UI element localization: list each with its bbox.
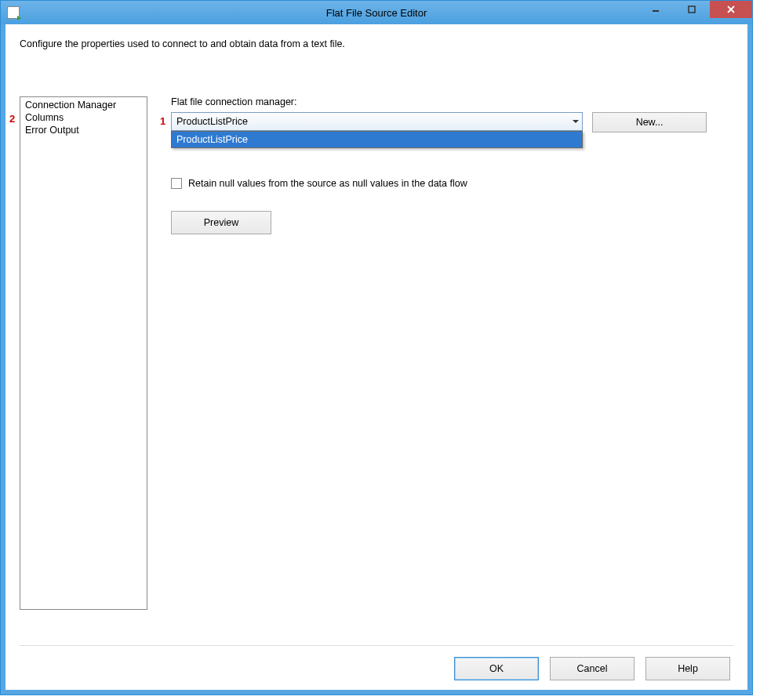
close-icon (726, 5, 736, 14)
connection-manager-dropdown-list: ProductListPrice (171, 131, 583, 148)
retain-null-row: Retain null values from the source as nu… (171, 178, 733, 189)
minimize-icon (652, 5, 660, 13)
nav-item-error-output[interactable]: Error Output (20, 124, 147, 136)
preview-button[interactable]: Preview (171, 211, 271, 234)
nav-item-connection-manager[interactable]: Connection Manager (20, 99, 147, 111)
close-button[interactable] (710, 1, 752, 18)
dialog-description: Configure the properties used to connect… (20, 38, 733, 49)
nav-item-columns[interactable]: Columns (20, 111, 147, 124)
connection-manager-selected: ProductListPrice (176, 116, 248, 127)
file-source-icon (7, 6, 20, 19)
titlebar[interactable]: Flat File Source Editor (1, 1, 752, 24)
retain-null-label: Retain null values from the source as nu… (188, 178, 467, 189)
footer: OK Cancel Help (20, 657, 733, 680)
connection-manager-label: Flat file connection manager: (171, 96, 733, 107)
maximize-icon (688, 5, 696, 13)
retain-null-checkbox[interactable] (171, 178, 182, 189)
minimize-button[interactable] (638, 1, 674, 18)
client-area: Configure the properties used to connect… (1, 24, 752, 695)
window-controls (638, 1, 752, 24)
connection-manager-dropdown[interactable]: ProductListPrice (171, 112, 583, 131)
maximize-button[interactable] (674, 1, 710, 18)
cancel-button[interactable]: Cancel (550, 657, 635, 680)
connection-manager-option[interactable]: ProductListPrice (172, 132, 582, 147)
connection-manager-row: 1 ProductListPrice ProductListPrice New.… (171, 112, 733, 132)
body: 2 Connection Manager Columns Error Outpu… (20, 96, 733, 637)
footer-separator (20, 645, 733, 646)
svg-rect-1 (689, 6, 695, 13)
preview-row: Preview (171, 211, 733, 234)
content-area: Configure the properties used to connect… (5, 24, 747, 690)
help-button[interactable]: Help (645, 657, 730, 680)
chevron-down-icon (573, 120, 579, 123)
main-panel: Flat file connection manager: 1 ProductL… (147, 96, 733, 637)
nav-panel: 2 Connection Manager Columns Error Outpu… (20, 96, 147, 610)
ok-button[interactable]: OK (454, 657, 539, 680)
annotation-marker-2: 2 (9, 113, 15, 125)
new-connection-button[interactable]: New... (592, 112, 707, 132)
annotation-marker-1: 1 (160, 115, 165, 127)
dialog-window: Flat File Source Editor Configure the pr… (0, 0, 753, 695)
connection-manager-combo-wrap: ProductListPrice ProductListPrice (171, 112, 583, 131)
